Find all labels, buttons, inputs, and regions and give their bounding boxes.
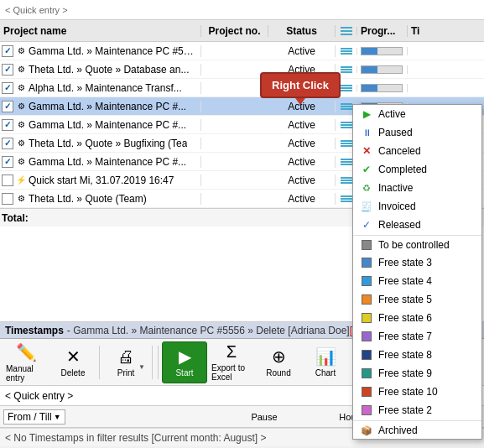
toolbar-label-print: Print	[117, 368, 135, 378]
main-table-area: Project name Project no. Status Progr...…	[0, 20, 484, 322]
row-project-icon: ⚡	[15, 175, 27, 186]
row-project-icon: ⚙	[15, 156, 27, 168]
toolbar-btn-start[interactable]: ▶ Start	[162, 341, 207, 383]
ctx-item-free-state-5[interactable]: Free state 5	[353, 290, 481, 309]
table-row[interactable]: ⚙ Gamma Ltd. » Maintenance PC #5556 Acti…	[0, 42, 484, 60]
ctx-label-free-state-8: Free state 8	[378, 349, 432, 361]
row-cell-name: ⚙ Theta Ltd. » Quote » Database an...	[0, 64, 201, 76]
toolbar-btn-chart[interactable]: 📊 Chart	[303, 341, 348, 383]
ctx-icon-inactive: ♻	[360, 181, 373, 195]
quick-entry-top[interactable]: < Quick entry >	[0, 0, 484, 20]
toolbar-btn-round[interactable]: ⊕ Round	[256, 341, 301, 383]
row-project-name: Gamma Ltd. » Maintenance PC #...	[29, 119, 186, 131]
ctx-label-free-state-10: Free state 10	[378, 386, 438, 398]
toolbar-icon-export-excel: Σ	[226, 342, 237, 362]
toolbar-label-delete: Delete	[61, 368, 86, 378]
ctx-item-completed[interactable]: ✔ Completed	[353, 160, 481, 179]
total-label: Total:	[2, 212, 29, 224]
ctx-icon-free-state-2	[360, 404, 373, 417]
row-project-icon: ⚙	[15, 45, 27, 57]
toolbar-btn-manual-entry[interactable]: ✏️ Manual entry	[3, 341, 49, 383]
ctx-icon-completed: ✔	[360, 163, 373, 176]
row-project-icon: ⚙	[15, 193, 27, 205]
row-cell-status: Active	[268, 119, 336, 131]
col-header-project-no[interactable]: Project no.	[201, 25, 268, 37]
ctx-icon-free-state-8	[360, 348, 373, 362]
row-checkbox[interactable]	[2, 45, 13, 57]
ctx-item-paused[interactable]: ⏸ Paused	[353, 123, 481, 142]
ctx-item-invoiced[interactable]: 🧾 Invoiced	[353, 197, 481, 216]
col-header-project-name[interactable]: Project name	[0, 25, 201, 37]
col-header-bars	[336, 27, 357, 35]
ctx-icon-paused: ⏸	[360, 126, 373, 139]
table-row[interactable]: ⚙ Theta Ltd. » Quote » Database an... Ac…	[0, 60, 484, 79]
toolbar-label-export-excel: Export to Excel	[211, 363, 252, 382]
toolbar-label-start: Start	[175, 368, 193, 378]
row-checkbox[interactable]	[2, 156, 13, 168]
toolbar-separator	[99, 346, 100, 379]
context-menu: ▶ Active ⏸ Paused ✕ Canceled ✔ Completed…	[352, 104, 482, 440]
ctx-item-free-state-2[interactable]: Free state 2	[353, 401, 481, 419]
ctx-label-free-state-4: Free state 4	[378, 275, 432, 287]
ctx-item-free-state-3[interactable]: Free state 3	[353, 253, 481, 272]
row-checkbox[interactable]	[2, 64, 13, 76]
row-checkbox[interactable]	[2, 138, 13, 149]
row-checkbox[interactable]	[2, 119, 13, 131]
timestamps-path: - Gamma Ltd. » Maintenance PC #5556 » De…	[67, 325, 350, 336]
toolbar-icon-delete: ✕	[66, 346, 81, 367]
ctx-label-completed: Completed	[378, 164, 427, 175]
row-cell-status: Active	[268, 138, 336, 149]
ctx-item-free-state-6[interactable]: Free state 6	[353, 309, 481, 327]
from-till-dropdown[interactable]: From / Till ▼	[3, 409, 65, 425]
ctx-item-inactive[interactable]: ♻ Inactive	[353, 179, 481, 197]
ctx-icon-archived: 📦	[360, 424, 373, 437]
row-cell-status: Active	[268, 156, 336, 168]
toolbar-btn-print[interactable]: 🖨 Print ▼	[103, 341, 148, 383]
row-project-icon: ⚙	[15, 119, 27, 131]
toolbar-btn-export-excel[interactable]: Σ Export to Excel	[209, 341, 254, 383]
toolbar-separator	[158, 346, 159, 379]
col-header-status[interactable]: Status	[268, 25, 336, 37]
ctx-item-free-state-10[interactable]: Free state 10	[353, 383, 481, 401]
from-till-label: From / Till	[8, 411, 52, 423]
ctx-icon-free-state-4	[360, 274, 373, 288]
ctx-label-free-state-7: Free state 7	[378, 331, 432, 342]
timestamps-label: Timestamps	[5, 325, 64, 336]
ctx-item-active[interactable]: ▶ Active	[353, 105, 481, 123]
ctx-item-archived[interactable]: 📦 Archived	[353, 420, 481, 439]
table-row[interactable]: ⚙ Alpha Ltd. » Maintenance Transf... Act…	[0, 79, 484, 97]
row-cell-status: Active	[268, 193, 336, 205]
row-project-icon: ⚙	[15, 101, 27, 112]
ctx-item-free-state-7[interactable]: Free state 7	[353, 327, 481, 346]
row-checkbox[interactable]	[2, 82, 13, 94]
quick-entry-top-label: < Quick entry >	[5, 5, 68, 15]
toolbar-label-round: Round	[266, 368, 290, 378]
row-cell-progress	[357, 84, 408, 92]
ctx-item-free-state-8[interactable]: Free state 8	[353, 346, 481, 364]
row-cell-name: ⚙ Theta Ltd. » Quote » Bugfixing (Tea	[0, 138, 201, 149]
col-header-ti[interactable]: Ti	[408, 25, 433, 37]
toolbar-label-manual-entry: Manual entry	[6, 364, 46, 383]
ctx-item-released[interactable]: ✓ Released	[353, 216, 481, 234]
ctx-icon-canceled: ✕	[360, 144, 373, 158]
ctx-label-paused: Paused	[378, 127, 413, 138]
col-header-progress[interactable]: Progr...	[357, 25, 408, 37]
ctx-item-free-state-4[interactable]: Free state 4	[353, 272, 481, 290]
toolbar-btn-delete[interactable]: ✕ Delete	[50, 341, 96, 383]
ctx-item-canceled[interactable]: ✕ Canceled	[353, 142, 481, 160]
row-checkbox[interactable]	[2, 175, 13, 186]
ctx-icon-free-state-5	[360, 293, 373, 306]
toolbar-icon-round: ⊕	[272, 346, 286, 367]
row-cell-name: ⚡ Quick start Mi, 31.07.2019 16:47	[0, 175, 201, 186]
ctx-label-free-state-9: Free state 9	[378, 367, 432, 379]
row-project-name: Alpha Ltd. » Maintenance Transf...	[29, 82, 182, 94]
bars-icon	[341, 27, 352, 35]
ctx-item-to-be-controlled[interactable]: To be controlled	[353, 235, 481, 253]
toolbar-icon-print: 🖨	[117, 347, 134, 367]
row-checkbox[interactable]	[2, 193, 13, 205]
ctx-icon-free-state-7	[360, 330, 373, 343]
ctx-item-free-state-9[interactable]: Free state 9	[353, 364, 481, 383]
ctx-label-invoiced: Invoiced	[378, 201, 416, 212]
row-cell-progress	[357, 65, 408, 74]
row-checkbox[interactable]	[2, 101, 13, 112]
